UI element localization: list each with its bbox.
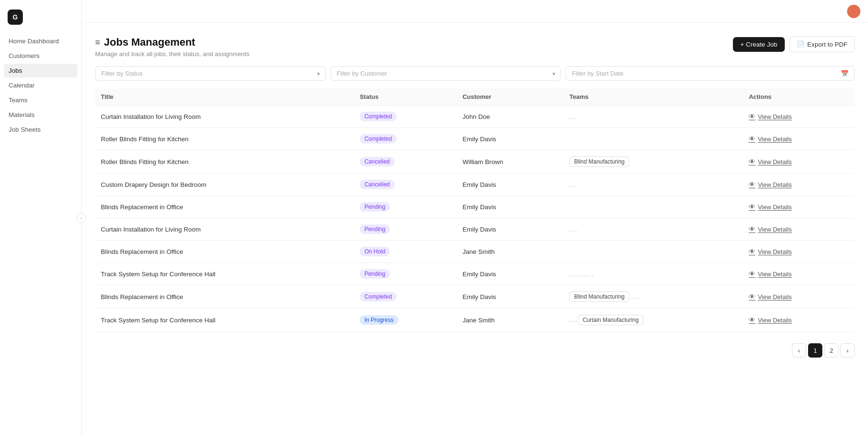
- job-status: Pending: [354, 218, 457, 241]
- view-details-button[interactable]: 👁View Details: [749, 316, 849, 324]
- eye-icon: 👁: [749, 270, 755, 278]
- job-actions: 👁View Details: [743, 263, 855, 285]
- view-details-button[interactable]: 👁View Details: [749, 181, 849, 188]
- jobs-table: Title Status Customer Teams Actions Curt…: [95, 88, 855, 332]
- view-details-button[interactable]: 👁View Details: [749, 203, 849, 211]
- export-label: Export to PDF: [807, 41, 848, 48]
- job-actions: 👁View Details: [743, 309, 855, 332]
- table-row: Track System Setup for Conference HallPe…: [95, 263, 855, 285]
- job-actions: 👁View Details: [743, 174, 855, 196]
- job-title: Roller Blinds Fitting for Kitchen: [95, 150, 354, 174]
- status-badge: Completed: [360, 112, 397, 121]
- job-customer: Emily Davis: [457, 174, 564, 196]
- col-customer: Customer: [457, 88, 564, 106]
- export-pdf-button[interactable]: 📄 Export to PDF: [790, 36, 855, 52]
- sidebar-item-customers[interactable]: Customers: [4, 49, 78, 63]
- job-customer: Emily Davis: [457, 218, 564, 241]
- job-title: Track System Setup for Conference Hall: [95, 263, 354, 285]
- page-title-block: ≡ Jobs Management Manage and track all j…: [95, 36, 249, 58]
- team-dots: ...: [569, 181, 578, 188]
- job-status: Pending: [354, 196, 457, 218]
- team-dots: ...: [586, 270, 595, 278]
- view-details-button[interactable]: 👁View Details: [749, 113, 849, 120]
- job-actions: 👁View Details: [743, 106, 855, 128]
- col-title: Title: [95, 88, 354, 106]
- team-tag: Blind Manufacturing: [569, 291, 629, 302]
- sidebar-item-calendar[interactable]: Calendar: [4, 78, 78, 92]
- job-title: Blinds Replacement in Office: [95, 196, 354, 218]
- team-tag: Blind Manufacturing: [569, 156, 629, 167]
- job-customer: Emily Davis: [457, 196, 564, 218]
- sidebar-item-teams[interactable]: Teams: [4, 93, 78, 107]
- table-row: Curtain Installation for Living RoomPend…: [95, 218, 855, 241]
- main-area: ≡ Jobs Management Manage and track all j…: [82, 0, 868, 436]
- view-details-button[interactable]: 👁View Details: [749, 270, 849, 278]
- sidebar-collapse-button[interactable]: ‹: [77, 213, 86, 223]
- job-teams: ...: [564, 218, 743, 241]
- job-teams: [564, 128, 743, 150]
- job-customer: Emily Davis: [457, 128, 564, 150]
- page-title: ≡ Jobs Management: [95, 36, 249, 48]
- eye-icon: 👁: [749, 248, 755, 255]
- pagination: ‹ 12›: [95, 343, 855, 358]
- job-title: Blinds Replacement in Office: [95, 241, 354, 263]
- sidebar-item-job-sheets[interactable]: Job Sheets: [4, 123, 78, 136]
- status-filter[interactable]: Filter by Status Completed Pending Cance…: [95, 66, 326, 81]
- user-avatar[interactable]: [847, 5, 860, 18]
- create-job-button[interactable]: + Create Job: [733, 37, 785, 52]
- table-row: Curtain Installation for Living RoomComp…: [95, 106, 855, 128]
- sidebar-nav: Home DashboardCustomersJobsCalendarTeams…: [0, 34, 81, 136]
- job-actions: 👁View Details: [743, 285, 855, 309]
- app-logo[interactable]: G: [8, 10, 23, 25]
- customer-filter-wrapper: Filter by Customer John Doe Emily Davis …: [331, 66, 561, 81]
- col-actions: Actions: [743, 88, 855, 106]
- team-dots: ...: [569, 113, 578, 120]
- view-details-button[interactable]: 👁View Details: [749, 158, 849, 165]
- job-status: Pending: [354, 263, 457, 285]
- eye-icon: 👁: [749, 225, 755, 233]
- table-row: Roller Blinds Fitting for KitchenCancell…: [95, 150, 855, 174]
- job-teams: ...: [564, 106, 743, 128]
- customer-filter[interactable]: Filter by Customer John Doe Emily Davis …: [331, 66, 561, 81]
- job-status: In Progress: [354, 309, 457, 332]
- sidebar-item-materials[interactable]: Materials: [4, 108, 78, 122]
- page-actions: + Create Job 📄 Export to PDF: [733, 36, 855, 52]
- job-customer: Emily Davis: [457, 263, 564, 285]
- pagination-page-2[interactable]: 2: [824, 343, 839, 358]
- job-customer: William Brown: [457, 150, 564, 174]
- view-details-button[interactable]: 👁View Details: [749, 293, 849, 300]
- job-customer: John Doe: [457, 106, 564, 128]
- filters-row: Filter by Status Completed Pending Cance…: [95, 66, 855, 81]
- pagination-page-1[interactable]: 1: [808, 343, 822, 358]
- title-icon: ≡: [95, 38, 100, 48]
- job-teams: ...Curtain Manufacturing: [564, 309, 743, 332]
- pagination-prev[interactable]: ‹: [792, 343, 806, 358]
- team-dots: ...: [631, 292, 640, 300]
- job-actions: 👁View Details: [743, 150, 855, 174]
- job-title: Blinds Replacement in Office: [95, 285, 354, 309]
- table-header-row: Title Status Customer Teams Actions: [95, 88, 855, 106]
- page-title-text: Jobs Management: [104, 36, 195, 48]
- date-filter[interactable]: Filter by Start Date 📅: [566, 66, 855, 81]
- job-actions: 👁View Details: [743, 218, 855, 241]
- eye-icon: 👁: [749, 203, 755, 211]
- view-details-button[interactable]: 👁View Details: [749, 248, 849, 255]
- view-details-button[interactable]: 👁View Details: [749, 135, 849, 143]
- eye-icon: 👁: [749, 158, 755, 165]
- date-filter-label: Filter by Start Date: [572, 70, 623, 77]
- pagination-next[interactable]: ›: [840, 343, 855, 358]
- sidebar-item-home-dashboard[interactable]: Home Dashboard: [4, 34, 78, 48]
- job-teams: Blind Manufacturing: [564, 150, 743, 174]
- eye-icon: 👁: [749, 293, 755, 300]
- page-header: ≡ Jobs Management Manage and track all j…: [95, 36, 855, 58]
- content-area: ≡ Jobs Management Manage and track all j…: [82, 23, 868, 436]
- topbar: [82, 0, 868, 23]
- sidebar-item-jobs[interactable]: Jobs: [4, 64, 78, 78]
- calendar-icon: 📅: [841, 70, 848, 77]
- job-teams: .........: [564, 263, 743, 285]
- view-details-button[interactable]: 👁View Details: [749, 225, 849, 233]
- table-row: Blinds Replacement in OfficeCompletedEmi…: [95, 285, 855, 309]
- status-badge: Cancelled: [360, 180, 394, 189]
- job-teams: [564, 241, 743, 263]
- col-status: Status: [354, 88, 457, 106]
